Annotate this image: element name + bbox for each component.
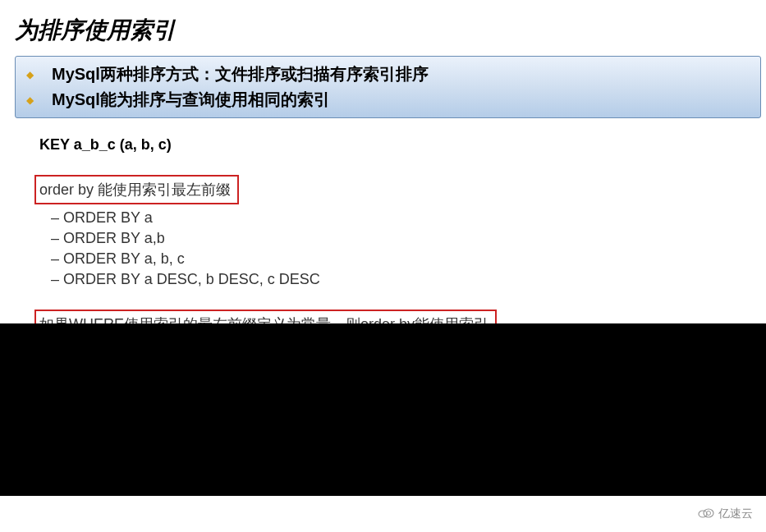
watermark: 亿速云 [684,496,766,532]
bullet-row: ◆ MySql两种排序方式：文件排序或扫描有序索引排序 [24,62,752,87]
key-definition: KEY a_b_c (a, b, c) [39,136,766,154]
bullet-icon: ◆ [24,95,35,105]
cloud-icon [697,506,715,523]
example-line: – ORDER BY a,b [39,228,766,249]
svg-point-1 [704,509,713,517]
section-heading-1: order by 能使用索引最左前缀 [34,175,239,204]
bullet-text-2: MySql能为排序与查询使用相同的索引 [52,89,330,111]
summary-box: ◆ MySql两种排序方式：文件排序或扫描有序索引排序 ◆ MySql能为排序与… [15,56,761,118]
example-line: – ORDER BY a DESC, b DESC, c DESC [39,269,766,290]
example-line: – ORDER BY a, b, c [39,249,766,269]
bullet-row: ◆ MySql能为排序与查询使用相同的索引 [24,87,752,112]
bullet-text-1: MySql两种排序方式：文件排序或扫描有序索引排序 [52,63,429,85]
bullet-icon: ◆ [24,70,35,80]
watermark-text: 亿速云 [718,507,753,521]
black-overlay [0,323,766,496]
page-title: 为排序使用索引 [0,0,766,53]
example-line: – ORDER BY a [39,208,766,228]
